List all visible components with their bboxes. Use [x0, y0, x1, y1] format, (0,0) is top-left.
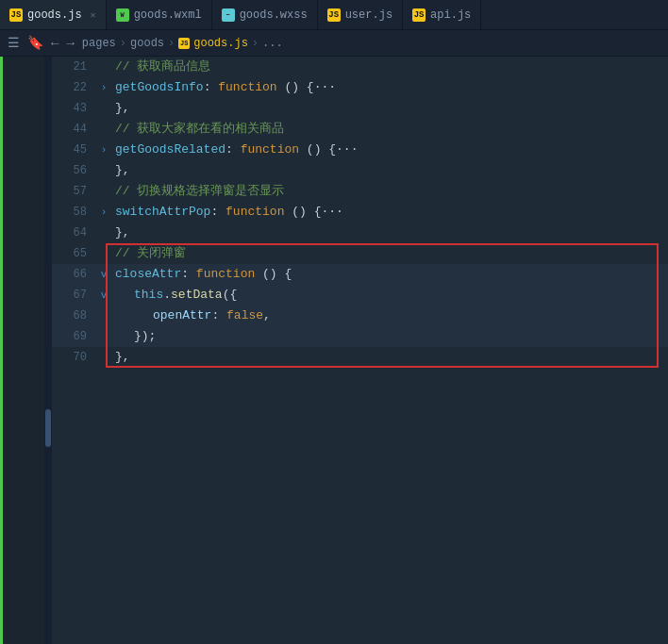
tab-close-icon[interactable]: ✕ — [91, 9, 96, 21]
line-content: }, — [111, 347, 668, 368]
breadcrumb-file: goods.js — [193, 37, 248, 50]
line-number: 45 — [52, 143, 96, 157]
line-number: 69 — [52, 330, 96, 343]
line-number: 65 — [52, 247, 96, 260]
code-line-69: 69 }); — [52, 326, 668, 347]
editor: 21 // 获取商品信息 22 › getGoodsInfo: function… — [0, 57, 668, 644]
line-number: 22 — [52, 81, 96, 94]
line-number: 66 — [52, 268, 96, 281]
code-line-45: 45 › getGoodsRelated: function () {··· — [52, 140, 668, 160]
code-line-56: 56 }, — [52, 160, 668, 181]
toolbar: ☰ 🔖 ← → pages › goods › JS goods.js › ..… — [0, 30, 668, 57]
fold-arrow[interactable]: › — [96, 82, 111, 93]
code-line-21: 21 // 获取商品信息 — [52, 57, 668, 77]
code-line-58: 58 › switchAttrPop: function () {··· — [52, 202, 668, 223]
tab-goods-wxss[interactable]: ~ goods.wxss — [212, 0, 318, 29]
back-icon[interactable]: ← — [51, 36, 58, 51]
line-number: 21 — [52, 60, 96, 74]
fold-arrow[interactable]: v — [96, 269, 111, 280]
line-content: }, — [111, 160, 668, 181]
line-content: // 获取商品信息 — [111, 57, 668, 77]
code-line-44: 44 // 获取大家都在看的相关商品 — [52, 119, 668, 140]
line-content: closeAttr: function () { — [111, 264, 668, 285]
code-line-67: 67 v this.setData({ — [52, 285, 668, 305]
bookmark-icon[interactable]: 🔖 — [27, 35, 43, 51]
scroll-thumb[interactable] — [45, 409, 51, 447]
code-line-57: 57 // 切换规格选择弹窗是否显示 — [52, 181, 668, 202]
title-bar: JS goods.js ✕ W goods.wxml ~ goods.wxss … — [0, 0, 668, 30]
js-icon: JS — [9, 8, 23, 22]
line-content: // 切换规格选择弹窗是否显示 — [111, 181, 668, 202]
line-number: 67 — [52, 289, 96, 302]
line-content: // 关闭弹窗 — [111, 243, 668, 264]
wxml-icon: W — [116, 8, 129, 22]
line-number: 68 — [52, 309, 96, 322]
fold-arrow[interactable]: › — [96, 206, 111, 218]
vertical-accent — [0, 57, 3, 644]
line-content: switchAttrPop: function () {··· — [111, 202, 668, 223]
scrollbar[interactable] — [44, 57, 52, 644]
line-content: openAttr: false, — [111, 305, 668, 326]
tab-label: goods.wxss — [240, 8, 308, 22]
line-number: 56 — [52, 164, 96, 177]
code-area: 21 // 获取商品信息 22 › getGoodsInfo: function… — [52, 57, 668, 644]
line-content: // 获取大家都在看的相关商品 — [111, 119, 668, 140]
line-content: getGoodsRelated: function () {··· — [111, 140, 668, 160]
line-content: }); — [111, 326, 668, 347]
tab-label: api.js — [430, 8, 471, 22]
breadcrumb-js-icon: JS — [178, 38, 190, 49]
code-line-65: 65 // 关闭弹窗 — [52, 243, 668, 264]
fold-arrow[interactable]: v — [96, 289, 111, 301]
line-content: this.setData({ — [111, 285, 668, 305]
breadcrumb: pages › goods › JS goods.js › ... — [82, 37, 283, 50]
line-number: 57 — [52, 185, 96, 198]
tab-label: goods.js — [27, 8, 82, 22]
gutter — [0, 57, 52, 644]
line-content: }, — [111, 223, 668, 243]
line-number: 64 — [52, 226, 96, 239]
breadcrumb-ellipsis: ... — [262, 37, 283, 50]
breadcrumb-goods: goods — [130, 37, 164, 50]
line-content: }, — [111, 98, 668, 119]
code-line-43: 43 }, — [52, 98, 668, 119]
tab-goods-wxml[interactable]: W goods.wxml — [107, 0, 212, 29]
line-number: 70 — [52, 351, 96, 364]
js-icon: JS — [412, 8, 426, 22]
highlighted-region-wrapper: 65 // 关闭弹窗 66 v closeAttr: function () {… — [52, 243, 668, 368]
code-line-66: 66 v closeAttr: function () { — [52, 264, 668, 285]
line-number: 58 — [52, 206, 96, 219]
line-number: 44 — [52, 123, 96, 136]
menu-icon[interactable]: ☰ — [8, 35, 20, 51]
wxss-icon: ~ — [222, 8, 235, 22]
js-icon: JS — [327, 8, 341, 22]
line-content: getGoodsInfo: function () {··· — [111, 77, 668, 98]
code-line-68: 68 openAttr: false, — [52, 305, 668, 326]
forward-icon[interactable]: → — [66, 36, 74, 51]
breadcrumb-pages: pages — [82, 37, 116, 50]
line-number: 43 — [52, 102, 96, 115]
tab-goods-js[interactable]: JS goods.js ✕ — [0, 0, 107, 29]
fold-arrow[interactable]: › — [96, 144, 111, 156]
tab-label: goods.wxml — [134, 8, 202, 22]
tab-label: user.js — [345, 8, 392, 22]
code-line-64: 64 }, — [52, 223, 668, 243]
code-line-22: 22 › getGoodsInfo: function () {··· — [52, 77, 668, 98]
tab-user-js[interactable]: JS user.js — [318, 0, 403, 29]
code-line-70: 70 }, — [52, 347, 668, 368]
tab-api-js[interactable]: JS api.js — [403, 0, 481, 29]
